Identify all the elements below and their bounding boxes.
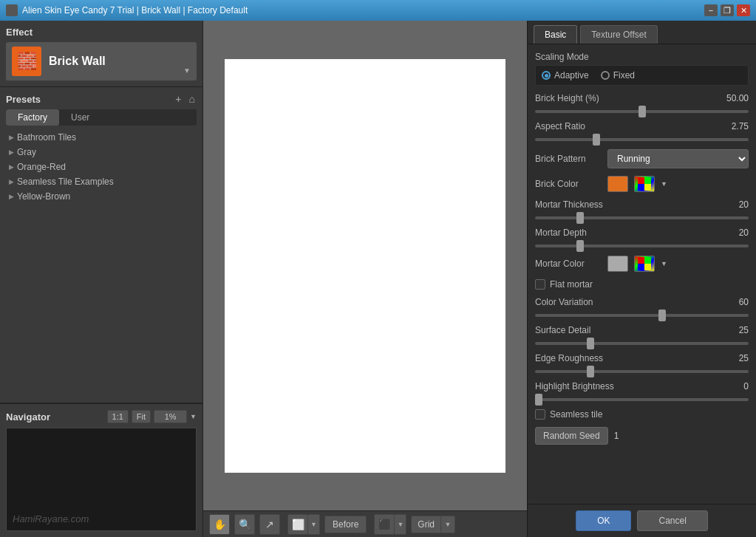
- fixed-radio[interactable]: Fixed: [601, 70, 635, 81]
- svg-rect-5: [644, 257, 651, 264]
- add-preset-button[interactable]: +: [174, 93, 183, 105]
- aspect-ratio-label: Aspect Ratio: [535, 121, 585, 131]
- scaling-mode-group: Adaptive Fixed: [535, 65, 749, 86]
- aspect-ratio-slider-group: Aspect Ratio 2.75: [535, 121, 749, 143]
- grid-label: Grid: [412, 516, 441, 533]
- minimize-button[interactable]: −: [704, 4, 718, 16]
- user-tab[interactable]: User: [59, 109, 101, 126]
- svg-rect-1: [644, 177, 651, 184]
- ok-button[interactable]: OK: [576, 510, 631, 531]
- highlight-brightness-slider-group: Highlight Brightness 0: [535, 381, 749, 403]
- mortar-color-swatch[interactable]: [607, 256, 628, 272]
- hand-tool-button[interactable]: ✋: [209, 514, 230, 535]
- arrow-icon: ▶: [9, 134, 14, 141]
- checkerboard-tool-button[interactable]: ⬛: [374, 514, 395, 535]
- list-item[interactable]: ▶ Bathroom Tiles: [6, 130, 197, 145]
- svg-rect-0: [638, 177, 644, 184]
- nav-zoom-dropdown[interactable]: ▼: [190, 413, 197, 420]
- mortar-color-palette-btn[interactable]: [634, 256, 655, 272]
- mortar-thickness-slider[interactable]: [535, 216, 749, 219]
- home-preset-button[interactable]: ⌂: [188, 93, 197, 105]
- mortar-thickness-value: 20: [721, 199, 749, 210]
- mortar-thickness-label: Mortar Thickness: [535, 199, 603, 210]
- mortar-depth-value: 20: [721, 228, 749, 238]
- flat-mortar-label: Flat mortar: [550, 279, 593, 290]
- factory-tab[interactable]: Factory: [6, 109, 59, 126]
- right-footer: OK Cancel: [528, 504, 756, 537]
- brick-color-dropdown[interactable]: ▼: [661, 180, 667, 188]
- checkerboard-dropdown-button[interactable]: ▼: [395, 514, 406, 535]
- color-variation-label: Color Variation: [535, 297, 593, 307]
- brick-pattern-row: Brick Pattern Running: [535, 149, 749, 168]
- list-item[interactable]: ▶ Gray: [6, 145, 197, 160]
- crop-dropdown-button[interactable]: ▼: [308, 514, 320, 535]
- highlight-brightness-slider[interactable]: [535, 398, 749, 401]
- navigator-header: Navigator 1:1 Fit 1% ▼: [6, 410, 197, 423]
- arrow-icon: ▶: [9, 163, 14, 171]
- surface-detail-slider[interactable]: [535, 342, 749, 345]
- nav-ratio-button[interactable]: 1:1: [107, 410, 129, 423]
- svg-rect-2: [638, 184, 644, 191]
- color-variation-slider-group: Color Variation 60: [535, 297, 749, 319]
- seamless-tile-checkbox[interactable]: [535, 409, 545, 420]
- mortar-depth-slider-group: Mortar Depth 20: [535, 228, 749, 250]
- edge-roughness-value: 25: [721, 353, 749, 363]
- close-button[interactable]: ✕: [737, 4, 750, 16]
- effect-display[interactable]: 🧱 Brick Wall ▼: [6, 42, 197, 81]
- title-bar-left: Alien Skin Eye Candy 7 Trial | Brick Wal…: [6, 4, 248, 16]
- list-item[interactable]: ▶ Orange-Red: [6, 160, 197, 174]
- list-item[interactable]: ▶ Yellow-Brown: [6, 189, 197, 204]
- main-layout: Effect 🧱 Brick Wall ▼ Presets + ⌂ Factor…: [0, 21, 756, 537]
- right-tabs: Basic Texture Offset: [528, 21, 756, 44]
- cancel-button[interactable]: Cancel: [637, 510, 707, 531]
- brick-height-slider[interactable]: [535, 110, 749, 113]
- crop-tool-button[interactable]: ⬜: [287, 514, 308, 535]
- flat-mortar-checkbox[interactable]: [535, 279, 545, 290]
- right-panel: Basic Texture Offset Scaling Mode Adapti…: [527, 21, 756, 537]
- aspect-ratio-slider[interactable]: [535, 138, 749, 141]
- select-tool-button[interactable]: ↗: [259, 514, 280, 535]
- grid-dropdown[interactable]: ▼: [441, 518, 454, 531]
- navigator-section: Navigator 1:1 Fit 1% ▼ HamiRayane.com: [0, 403, 202, 537]
- brick-color-row: Brick Color ▼: [535, 176, 749, 192]
- svg-rect-6: [638, 264, 644, 270]
- svg-rect-4: [638, 257, 644, 264]
- brick-color-palette-btn[interactable]: [634, 176, 655, 192]
- surface-detail-value: 25: [721, 325, 749, 335]
- navigator-title: Navigator: [6, 411, 50, 423]
- adaptive-radio[interactable]: Adaptive: [542, 70, 589, 81]
- surface-detail-slider-group: Surface Detail 25: [535, 325, 749, 347]
- basic-tab[interactable]: Basic: [534, 25, 577, 44]
- mortar-color-dropdown[interactable]: ▼: [661, 260, 667, 267]
- canvas-toolbar: ✋ 🔍 ↗ ⬜ ▼ Before ⬛ ▼ Grid ▼: [203, 510, 527, 537]
- zoom-tool-button[interactable]: 🔍: [234, 514, 255, 535]
- presets-actions: + ⌂: [174, 93, 197, 105]
- left-panel: Effect 🧱 Brick Wall ▼ Presets + ⌂ Factor…: [0, 21, 203, 537]
- seamless-tile-label: Seamless tile: [550, 409, 602, 420]
- texture-offset-tab[interactable]: Texture Offset: [580, 25, 657, 44]
- random-seed-button[interactable]: Random Seed: [535, 427, 608, 445]
- effect-icon: 🧱: [12, 47, 41, 76]
- grid-group: Grid ▼: [411, 516, 455, 533]
- brick-pattern-label: Brick Pattern: [535, 154, 602, 164]
- app-icon: [6, 4, 18, 16]
- brick-pattern-select[interactable]: Running: [607, 149, 749, 168]
- highlight-brightness-value: 0: [721, 381, 749, 391]
- edge-roughness-label: Edge Roughness: [535, 353, 603, 363]
- canvas-viewport: [203, 21, 527, 510]
- presets-section: Presets + ⌂ Factory User ▶ Bathroom Tile…: [0, 87, 202, 403]
- mortar-thickness-slider-group: Mortar Thickness 20: [535, 199, 749, 222]
- edge-roughness-slider[interactable]: [535, 370, 749, 373]
- mortar-depth-slider[interactable]: [535, 244, 749, 247]
- color-variation-value: 60: [721, 297, 749, 307]
- list-item[interactable]: ▶ Seamless Tile Examples: [6, 174, 197, 189]
- canvas-area: ✋ 🔍 ↗ ⬜ ▼ Before ⬛ ▼ Grid ▼: [203, 21, 527, 537]
- restore-button[interactable]: ❐: [721, 4, 734, 16]
- brick-color-swatch[interactable]: [607, 176, 628, 192]
- presets-title: Presets: [6, 94, 41, 105]
- color-variation-slider[interactable]: [535, 314, 749, 317]
- before-button[interactable]: Before: [324, 516, 367, 533]
- navigator-preview: HamiRayane.com: [6, 428, 197, 531]
- nav-fit-button[interactable]: Fit: [132, 410, 151, 423]
- effect-dropdown-arrow[interactable]: ▼: [183, 66, 191, 75]
